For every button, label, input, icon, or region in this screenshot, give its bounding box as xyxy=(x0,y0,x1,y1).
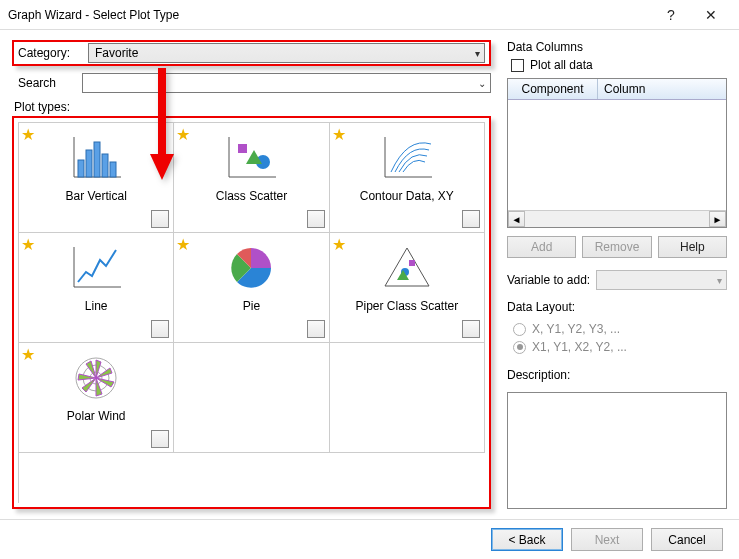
variable-to-add-select[interactable]: ▾ xyxy=(596,270,727,290)
help-button[interactable]: Help xyxy=(658,236,727,258)
close-titlebar-button[interactable]: ✕ xyxy=(691,1,731,29)
favorite-star-icon: ★ xyxy=(21,235,35,254)
column-header-column[interactable]: Column xyxy=(598,79,726,99)
plot-types-label: Plot types: xyxy=(12,100,491,114)
svg-rect-2 xyxy=(78,160,84,177)
title-bar: Graph Wizard - Select Plot Type ? ✕ xyxy=(0,0,739,30)
variable-to-add-label: Variable to add: xyxy=(507,273,590,287)
plot-all-label: Plot all data xyxy=(530,58,593,72)
chevron-down-icon: ▾ xyxy=(717,275,722,286)
table-header: Component Column xyxy=(508,79,726,100)
plot-label: Polar Wind xyxy=(67,409,126,423)
plot-select-checkbox[interactable] xyxy=(462,210,480,228)
next-button[interactable]: Next xyxy=(571,528,643,551)
description-label: Description: xyxy=(507,368,727,382)
plot-label: Class Scatter xyxy=(216,189,287,203)
line-chart-icon xyxy=(61,239,131,295)
plot-tile-piper-class-scatter[interactable]: ★ Piper Class Scatter xyxy=(330,233,485,343)
left-column: Category: Favorite ▾ Search ⌄ Plot types… xyxy=(12,40,491,509)
category-select[interactable]: Favorite ▾ xyxy=(88,43,485,63)
svg-marker-16 xyxy=(385,248,429,286)
category-value: Favorite xyxy=(95,46,138,60)
chevron-down-icon: ⌄ xyxy=(478,78,486,89)
plot-types-grid: ★ Bar Vertical ★ Class Scatter xyxy=(18,122,485,503)
plot-label: Piper Class Scatter xyxy=(355,299,458,313)
polar-wind-icon xyxy=(61,349,131,405)
plot-tile-empty xyxy=(330,343,485,453)
search-row: Search ⌄ xyxy=(12,72,491,94)
svg-rect-11 xyxy=(238,144,247,153)
remove-button[interactable]: Remove xyxy=(582,236,651,258)
plot-tile-polar-wind[interactable]: ★ Polar Wind xyxy=(19,343,174,453)
contour-icon xyxy=(372,129,442,185)
plot-types-grid-highlight: ★ Bar Vertical ★ Class Scatter xyxy=(12,116,491,509)
add-button[interactable]: Add xyxy=(507,236,576,258)
plot-all-data-row[interactable]: Plot all data xyxy=(507,58,727,72)
back-button[interactable]: < Back xyxy=(491,528,563,551)
search-input[interactable]: ⌄ xyxy=(82,73,491,93)
wizard-button-bar: < Back Next Cancel xyxy=(0,519,739,559)
plot-select-checkbox[interactable] xyxy=(151,430,169,448)
plot-select-checkbox[interactable] xyxy=(462,320,480,338)
plot-tile-empty xyxy=(174,343,329,453)
radio-y-series-label: X, Y1, Y2, Y3, ... xyxy=(532,322,620,336)
favorite-star-icon: ★ xyxy=(176,235,190,254)
table-button-row: Add Remove Help xyxy=(507,236,727,258)
plot-label: Bar Vertical xyxy=(65,189,126,203)
column-header-component[interactable]: Component xyxy=(508,79,598,99)
scroll-right-icon[interactable]: ► xyxy=(709,211,726,227)
svg-rect-5 xyxy=(102,154,108,177)
favorite-star-icon: ★ xyxy=(332,125,346,144)
plot-label: Contour Data, XY xyxy=(360,189,454,203)
favorite-star-icon: ★ xyxy=(176,125,190,144)
piper-icon xyxy=(372,239,442,295)
plot-select-checkbox[interactable] xyxy=(151,320,169,338)
radio-y-series[interactable] xyxy=(513,323,526,336)
plot-tile-pie[interactable]: ★ Pie xyxy=(174,233,329,343)
table-body xyxy=(508,100,726,210)
plot-label: Line xyxy=(85,299,108,313)
favorite-star-icon: ★ xyxy=(21,125,35,144)
radio-xy-pairs-label: X1, Y1, X2, Y2, ... xyxy=(532,340,627,354)
plot-tile-bar-vertical[interactable]: ★ Bar Vertical xyxy=(19,123,174,233)
plot-tile-contour-data-xy[interactable]: ★ Contour Data, XY xyxy=(330,123,485,233)
svg-rect-3 xyxy=(86,150,92,177)
window-title: Graph Wizard - Select Plot Type xyxy=(8,8,651,22)
svg-rect-18 xyxy=(409,260,415,266)
plot-select-checkbox[interactable] xyxy=(307,210,325,228)
data-layout-label: Data Layout: xyxy=(507,300,727,314)
content-area: Category: Favorite ▾ Search ⌄ Plot types… xyxy=(0,30,739,519)
horizontal-scrollbar[interactable]: ◄ ► xyxy=(508,210,726,227)
radio-row-1[interactable]: X, Y1, Y2, Y3, ... xyxy=(507,322,727,336)
plot-select-checkbox[interactable] xyxy=(151,210,169,228)
category-label: Category: xyxy=(18,46,88,60)
plot-tile-class-scatter[interactable]: ★ Class Scatter xyxy=(174,123,329,233)
description-textarea[interactable] xyxy=(507,392,727,509)
scroll-track[interactable] xyxy=(525,211,709,227)
search-label: Search xyxy=(12,76,82,90)
plot-select-checkbox[interactable] xyxy=(307,320,325,338)
svg-rect-6 xyxy=(110,162,116,177)
pie-chart-icon xyxy=(216,239,286,295)
data-columns-table[interactable]: Component Column ◄ ► xyxy=(507,78,727,228)
chevron-down-icon: ▾ xyxy=(475,48,480,59)
radio-xy-pairs[interactable] xyxy=(513,341,526,354)
category-row-highlight: Category: Favorite ▾ xyxy=(12,40,491,66)
plot-label: Pie xyxy=(243,299,260,313)
radio-row-2[interactable]: X1, Y1, X2, Y2, ... xyxy=(507,340,727,354)
scatter-shapes-icon xyxy=(216,129,286,185)
data-columns-label: Data Columns xyxy=(507,40,727,54)
bar-chart-icon xyxy=(61,129,131,185)
plot-tile-line[interactable]: ★ Line xyxy=(19,233,174,343)
cancel-button[interactable]: Cancel xyxy=(651,528,723,551)
right-column: Data Columns Plot all data Component Col… xyxy=(507,40,727,509)
svg-rect-4 xyxy=(94,142,100,177)
scroll-left-icon[interactable]: ◄ xyxy=(508,211,525,227)
plot-all-checkbox[interactable] xyxy=(511,59,524,72)
favorite-star-icon: ★ xyxy=(21,345,35,364)
help-titlebar-button[interactable]: ? xyxy=(651,1,691,29)
variable-to-add-row: Variable to add: ▾ xyxy=(507,270,727,290)
favorite-star-icon: ★ xyxy=(332,235,346,254)
